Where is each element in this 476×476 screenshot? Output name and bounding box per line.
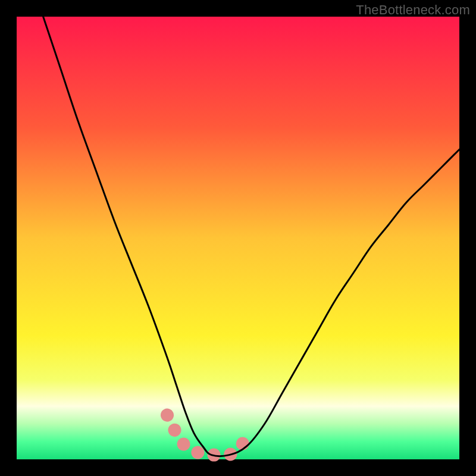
bottleneck-chart [0,0,476,476]
plot-area [17,17,459,459]
chart-stage: TheBottleneck.com [0,0,476,476]
